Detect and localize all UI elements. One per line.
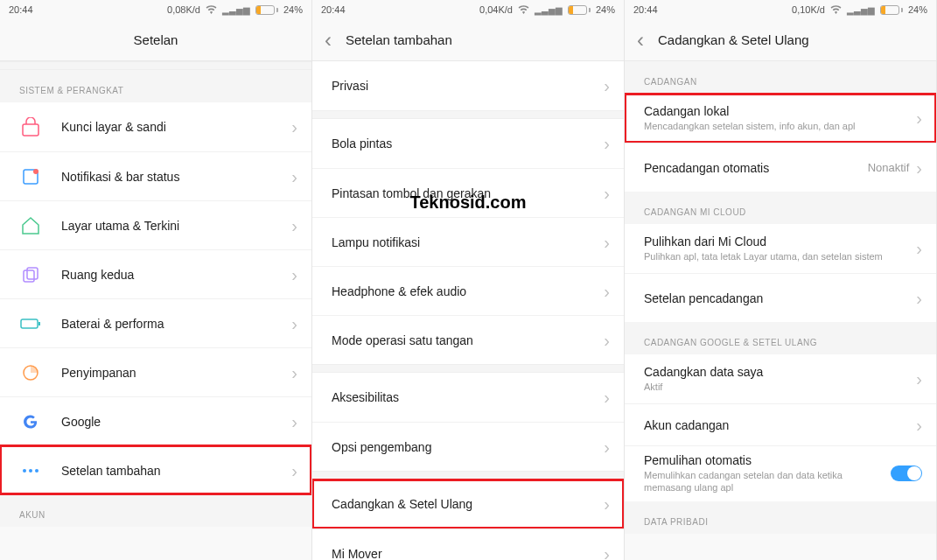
row-battery[interactable]: Baterai & performa › xyxy=(0,298,311,347)
battery-pct: 24% xyxy=(283,4,303,15)
signal-icon: ▂▃▅▆ xyxy=(535,5,563,15)
section-header: CADANGAN xyxy=(625,61,936,94)
svg-rect-0 xyxy=(23,124,38,136)
lock-icon xyxy=(17,114,44,140)
signal-icon: ▂▃▅▆ xyxy=(222,5,250,15)
row-label: Notifikasi & bar status xyxy=(61,170,291,184)
toggle-switch[interactable] xyxy=(891,466,922,481)
chevron-icon: › xyxy=(916,240,922,257)
section-header: SISTEM & PERANGKAT xyxy=(0,70,311,102)
status-time: 20:44 xyxy=(321,4,346,15)
wifi-icon xyxy=(830,5,842,14)
row-accessibility[interactable]: Aksesibilitas› xyxy=(312,373,624,422)
svg-rect-4 xyxy=(27,268,38,279)
svg-rect-5 xyxy=(21,319,38,328)
row-lockscreen[interactable]: Kunci layar & sandi › xyxy=(0,102,311,151)
row-mimover[interactable]: Mi Mover› xyxy=(312,528,624,560)
row-label: Lampu notifikasi xyxy=(332,235,604,249)
row-label: Pintasan tombol dan gerakan xyxy=(332,186,604,200)
chevron-icon: › xyxy=(604,283,610,300)
row-label: Bola pintas xyxy=(332,136,604,150)
wifi-icon xyxy=(518,5,529,14)
svg-rect-3 xyxy=(24,270,34,282)
chevron-icon: › xyxy=(604,545,610,561)
row-auto-restore[interactable]: Pemulihan otomatis Memulihkan cadangan s… xyxy=(625,445,936,501)
row-label: Cadangan lokal xyxy=(644,104,916,118)
chevron-icon: › xyxy=(916,290,922,307)
row-value: Nonaktif xyxy=(868,161,910,174)
row-additional-settings[interactable]: Setelan tambahan › xyxy=(0,445,311,494)
page-title: Setelan tambahan xyxy=(346,32,452,47)
row-restore-micloud[interactable]: Pulihkan dari Mi Cloud Pulihkan apl, tat… xyxy=(625,224,936,273)
row-onehanded[interactable]: Mode operasi satu tangan› xyxy=(312,315,624,364)
row-led[interactable]: Lampu notifikasi› xyxy=(312,217,624,266)
row-headphone[interactable]: Headphone & efek audio› xyxy=(312,266,624,315)
row-label: Cadangkan data saya xyxy=(644,365,916,379)
chevron-icon: › xyxy=(604,438,610,456)
row-label: Kunci layar & sandi xyxy=(61,120,291,134)
back-arrow-icon[interactable]: ‹ xyxy=(637,30,644,51)
row-quickball[interactable]: Bola pintas› xyxy=(312,119,624,168)
battery-pct: 24% xyxy=(596,4,615,15)
status-bar: 20:44 0,08K/d ▂▃▅▆ 24% xyxy=(0,0,311,19)
status-data: 0,08K/d xyxy=(167,4,200,15)
chevron-icon: › xyxy=(916,109,922,127)
row-label: Pemulihan otomatis xyxy=(644,453,891,467)
row-sub: Memulihkan cadangan setelan dan data ket… xyxy=(644,469,891,494)
chevron-icon: › xyxy=(604,77,610,94)
chevron-icon: › xyxy=(291,217,297,234)
chevron-icon: › xyxy=(604,332,610,349)
row-label: Google xyxy=(61,415,291,429)
row-backup-reset[interactable]: Cadangkan & Setel Ulang› xyxy=(312,480,624,528)
row-privacy[interactable]: Privasi› xyxy=(312,61,624,110)
row-sub: Aktif xyxy=(644,381,916,393)
page-title: Cadangkan & Setel Ulang xyxy=(658,32,809,47)
chevron-icon: › xyxy=(291,168,297,186)
svg-point-2 xyxy=(33,169,38,174)
wifi-icon xyxy=(206,5,217,14)
battery-pct: 24% xyxy=(908,4,927,15)
row-homescreen[interactable]: Layar utama & Terkini › xyxy=(0,200,311,249)
row-label: Penyimpanan xyxy=(61,366,291,380)
chevron-icon: › xyxy=(604,135,610,152)
row-backup-mydata[interactable]: Cadangkan data saya Aktif › xyxy=(625,354,936,403)
row-developer[interactable]: Opsi pengembang› xyxy=(312,422,624,471)
row-label: Akun cadangan xyxy=(644,418,916,432)
back-arrow-icon[interactable]: ‹ xyxy=(325,30,332,51)
row-shortcuts[interactable]: Pintasan tombol dan gerakan› xyxy=(312,168,624,217)
row-backup-account[interactable]: Akun cadangan › xyxy=(625,403,936,445)
row-auto-backup[interactable]: Pencadangan otomatis Nonaktif › xyxy=(625,143,936,192)
battery-icon xyxy=(880,5,903,15)
status-time: 20:44 xyxy=(9,4,33,15)
battery-icon xyxy=(255,5,278,15)
row-notifications[interactable]: Notifikasi & bar status › xyxy=(0,151,311,200)
copy-icon xyxy=(17,262,44,288)
notification-icon xyxy=(17,164,44,190)
svg-point-8 xyxy=(23,469,26,472)
row-label: Opsi pengembang xyxy=(332,440,604,454)
battery-icon xyxy=(17,311,44,337)
row-storage[interactable]: Penyimpanan › xyxy=(0,347,311,396)
chevron-icon: › xyxy=(604,234,610,251)
screen-additional-settings: 20:44 0,04K/d ▂▃▅▆ 24% ‹ Setelan tambaha… xyxy=(312,0,625,560)
chevron-icon: › xyxy=(604,388,610,406)
section-header: DATA PRIBADI xyxy=(625,501,936,534)
row-secondspace[interactable]: Ruang kedua › xyxy=(0,249,311,298)
header: ‹ Cadangkan & Setel Ulang xyxy=(625,19,936,61)
row-google[interactable]: Google › xyxy=(0,396,311,445)
more-icon xyxy=(17,458,44,484)
row-sub: Mencadangkan setelan sistem, info akun, … xyxy=(644,120,916,132)
section-header: CADANGAN MI CLOUD xyxy=(625,192,936,224)
chevron-icon: › xyxy=(916,159,922,177)
section-header: CADANGAN GOOGLE & SETEL ULANG xyxy=(625,322,936,354)
chevron-icon: › xyxy=(604,495,610,513)
row-backup-settings[interactable]: Setelan pencadangan › xyxy=(625,273,936,322)
row-sub: Pulihkan apl, tata letak Layar utama, da… xyxy=(644,250,916,262)
chevron-icon: › xyxy=(291,462,297,480)
status-bar: 20:44 0,04K/d ▂▃▅▆ 24% xyxy=(312,0,624,19)
row-label: Headphone & efek audio xyxy=(332,284,604,298)
row-label: Aksesibilitas xyxy=(332,390,604,404)
row-local-backup[interactable]: Cadangan lokal Mencadangkan setelan sist… xyxy=(625,94,936,143)
status-bar: 20:44 0,10K/d ▂▃▅▆ 24% xyxy=(625,0,936,19)
row-label: Mi Mover xyxy=(332,547,604,561)
